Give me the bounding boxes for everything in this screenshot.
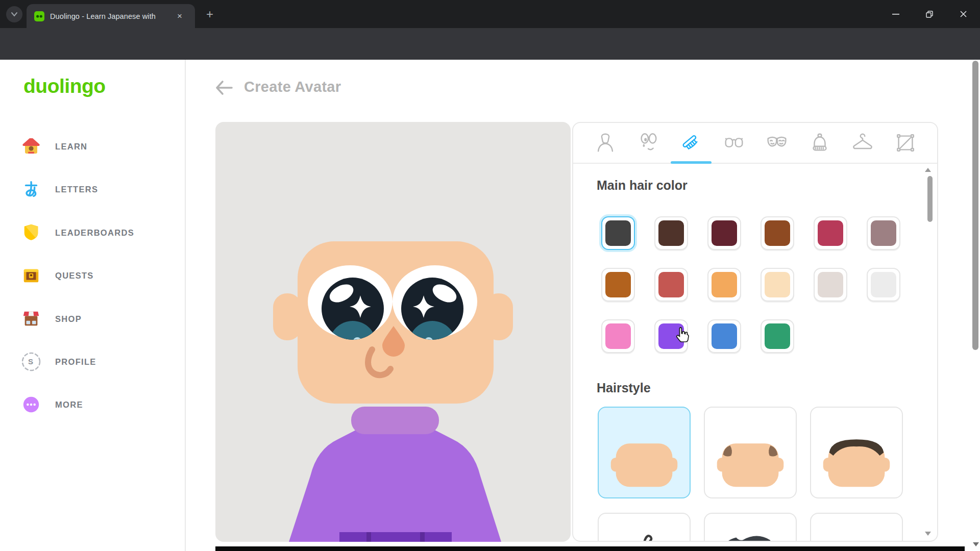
hairstyle-tile-dark-bowl[interactable] bbox=[810, 513, 903, 542]
section-title-hairstyle: Hairstyle bbox=[597, 381, 651, 395]
sidebar-item-label: QUESTS bbox=[55, 271, 94, 281]
bottom-black-bar bbox=[215, 546, 965, 551]
tab-frame[interactable] bbox=[884, 123, 927, 163]
sidebar-divider bbox=[185, 60, 186, 551]
panel-scroll-up-arrow[interactable] bbox=[925, 168, 931, 172]
panel-scrollbar-thumb[interactable] bbox=[927, 176, 933, 222]
sidebar-item-learn[interactable]: LEARN bbox=[20, 129, 174, 164]
page-scroll-down-arrow[interactable] bbox=[973, 542, 979, 546]
tab-hat[interactable] bbox=[798, 123, 841, 163]
shield-icon bbox=[20, 222, 42, 243]
hair-color-swatch[interactable] bbox=[761, 268, 794, 302]
sidebar-item-label: LEADERBOARDS bbox=[55, 228, 134, 238]
sidebar-item-more[interactable]: MORE bbox=[20, 387, 174, 422]
back-to-settings-button[interactable] bbox=[214, 79, 235, 97]
sidebar-item-label: LEARN bbox=[55, 142, 87, 152]
hair-color-swatch[interactable] bbox=[814, 216, 847, 250]
sidebar-item-leaderboards[interactable]: LEADERBOARDS bbox=[20, 215, 174, 251]
tab-face[interactable] bbox=[627, 123, 670, 163]
beanie-icon bbox=[808, 131, 831, 155]
category-tabs bbox=[573, 123, 937, 164]
minimize-icon bbox=[892, 14, 899, 15]
body-icon bbox=[594, 131, 617, 155]
panel-scroll-down-arrow[interactable] bbox=[925, 532, 931, 536]
storefront-icon bbox=[20, 308, 42, 330]
treasure-chest-icon bbox=[20, 265, 42, 286]
tab-hair[interactable] bbox=[670, 123, 713, 163]
minimize-button[interactable] bbox=[879, 0, 913, 28]
hairstyle-tile-dark-swoosh[interactable] bbox=[704, 513, 797, 542]
profile-initial: S bbox=[20, 351, 41, 371]
browser-toolbar: duolingo.com/settings/avatar ☆ Incognito… bbox=[0, 28, 980, 60]
sidebar-item-label: PROFILE bbox=[55, 357, 96, 367]
hair-color-swatch[interactable] bbox=[654, 216, 688, 250]
tab-body[interactable] bbox=[584, 123, 627, 163]
hair-color-swatch[interactable] bbox=[601, 319, 635, 353]
page-scrollbar-thumb[interactable] bbox=[972, 61, 978, 350]
hair-color-swatch[interactable] bbox=[707, 216, 741, 250]
profile-avatar-icon: S bbox=[20, 351, 42, 372]
sidebar-item-label: MORE bbox=[55, 400, 83, 410]
duolingo-page: duolingo LEARN LETTERS bbox=[0, 60, 980, 551]
browser-window: Duolingo - Learn Japanese with × + bbox=[0, 0, 980, 551]
hair-color-swatch[interactable] bbox=[707, 268, 741, 302]
hair-color-swatch[interactable] bbox=[761, 216, 794, 250]
tab-title: Duolingo - Learn Japanese with bbox=[50, 12, 173, 20]
hairstyle-tile-bald[interactable] bbox=[598, 407, 691, 498]
letters-hiragana-icon bbox=[20, 179, 42, 200]
frame-icon bbox=[894, 131, 917, 155]
section-title-hair-color: Main hair color bbox=[597, 178, 688, 193]
avatar-illustration bbox=[215, 122, 571, 542]
close-icon bbox=[960, 11, 967, 17]
hairstyle-tiles bbox=[598, 407, 903, 542]
chevron-down-icon bbox=[11, 12, 18, 17]
hairstyle-tile-single-curl[interactable] bbox=[598, 513, 691, 542]
hair-color-swatch[interactable] bbox=[601, 268, 635, 302]
new-tab-button[interactable]: + bbox=[202, 7, 217, 22]
back-arrow-icon bbox=[214, 79, 234, 96]
more-dots-icon bbox=[20, 394, 42, 415]
sidebar-item-shop[interactable]: SHOP bbox=[20, 301, 174, 337]
tab-glasses[interactable] bbox=[713, 123, 755, 163]
tab-clothing[interactable] bbox=[841, 123, 884, 163]
sidebar-item-profile[interactable]: S PROFILE bbox=[20, 344, 174, 380]
hairstyle-tile-short-dark-top[interactable] bbox=[810, 407, 903, 498]
duolingo-logo[interactable]: duolingo bbox=[23, 75, 106, 97]
close-button[interactable] bbox=[946, 0, 980, 28]
tab-close-button[interactable]: × bbox=[174, 11, 186, 21]
home-icon bbox=[20, 136, 42, 157]
sidebar-item-label: LETTERS bbox=[55, 185, 98, 194]
tab-masks[interactable] bbox=[755, 123, 798, 163]
tab-search-button[interactable] bbox=[6, 6, 22, 22]
browser-tab-bar: Duolingo - Learn Japanese with × + bbox=[0, 0, 980, 28]
hanger-icon bbox=[851, 131, 874, 155]
sidebar-item-label: SHOP bbox=[55, 314, 82, 324]
hair-color-swatch[interactable] bbox=[761, 319, 794, 353]
hairstyle-tile-balding-sides[interactable] bbox=[704, 407, 797, 498]
browser-tab[interactable]: Duolingo - Learn Japanese with × bbox=[27, 4, 195, 28]
comb-icon bbox=[679, 131, 703, 155]
hair-color-swatch[interactable] bbox=[601, 216, 635, 250]
avatar-preview-panel bbox=[215, 122, 571, 542]
face-icon bbox=[636, 131, 660, 155]
duolingo-favicon-icon bbox=[34, 11, 44, 21]
restore-icon bbox=[926, 11, 933, 18]
sidebar-item-quests[interactable]: QUESTS bbox=[20, 258, 174, 293]
hair-color-swatches bbox=[601, 216, 900, 353]
glasses-icon bbox=[722, 131, 746, 155]
hair-color-swatch[interactable] bbox=[867, 268, 900, 302]
hair-color-swatch[interactable] bbox=[654, 268, 688, 302]
hair-color-swatch[interactable] bbox=[654, 319, 688, 353]
restore-button[interactable] bbox=[913, 0, 946, 28]
theater-masks-icon bbox=[765, 131, 789, 155]
hair-color-swatch[interactable] bbox=[707, 319, 741, 353]
sidebar-item-letters[interactable]: LETTERS bbox=[20, 171, 174, 207]
hair-color-swatch[interactable] bbox=[867, 216, 900, 250]
hair-color-swatch[interactable] bbox=[814, 268, 847, 302]
avatar-options-panel: Main hair color Hairstyle bbox=[572, 122, 938, 542]
page-title: Create Avatar bbox=[244, 79, 341, 95]
